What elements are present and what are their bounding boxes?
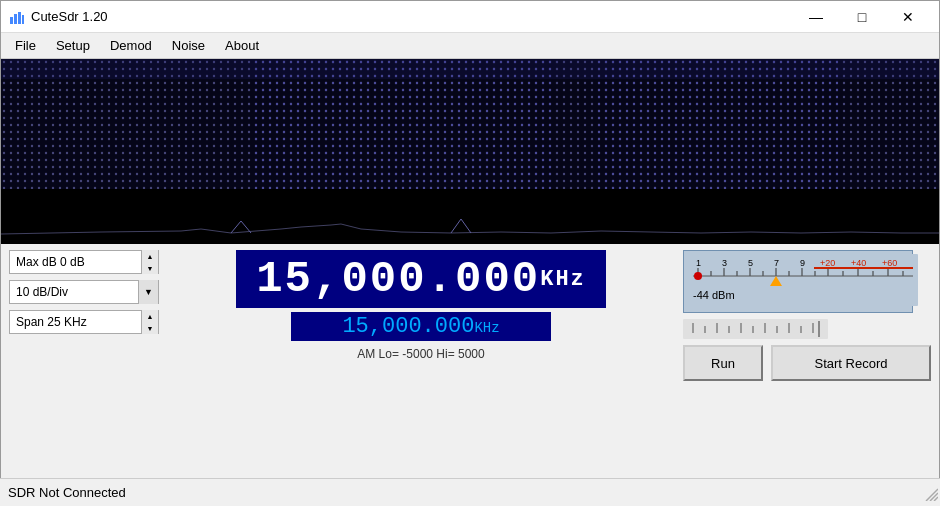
svg-rect-3 (22, 15, 24, 24)
sub-frequency-value: 15,000.000 (342, 314, 474, 339)
main-frequency-display[interactable]: 15,000.000KHz (236, 250, 606, 308)
menu-about[interactable]: About (215, 35, 269, 56)
db-per-div-label: 10 dB/Div (10, 285, 138, 299)
menu-demod[interactable]: Demod (100, 35, 162, 56)
right-controls: 1 3 5 7 9 +20 +40 +60 (683, 250, 931, 381)
svg-text:+20: +20 (820, 258, 835, 268)
sub-frequency-display[interactable]: 15,000.000KHz (291, 312, 551, 341)
spectrum-trace (1, 189, 940, 244)
app-icon (9, 9, 25, 25)
menu-noise[interactable]: Noise (162, 35, 215, 56)
db-per-div-control: 10 dB/Div ▼ (9, 280, 159, 304)
max-db-spinbox: ▲ ▼ (141, 250, 158, 274)
slider-row (683, 319, 931, 339)
minimize-button[interactable]: — (793, 1, 839, 33)
menu-bar: File Setup Demod Noise About (1, 33, 939, 59)
status-text: SDR Not Connected (8, 485, 126, 500)
span-spinbox: ▲ ▼ (141, 310, 158, 334)
run-button[interactable]: Run (683, 345, 763, 381)
svg-text:3: 3 (722, 258, 727, 268)
left-controls: Max dB 0 dB ▲ ▼ 10 dB/Div ▼ Span 25 KHz … (9, 250, 159, 334)
svg-text:9: 9 (800, 258, 805, 268)
menu-setup[interactable]: Setup (46, 35, 100, 56)
max-db-label: Max dB 0 dB (10, 255, 141, 269)
max-db-control: Max dB 0 dB ▲ ▼ (9, 250, 159, 274)
tick-area (683, 319, 828, 339)
main-frequency-value: 15,000.000 (256, 254, 540, 304)
start-record-button[interactable]: Start Record (771, 345, 931, 381)
svg-text:+40: +40 (851, 258, 866, 268)
svg-rect-11 (1, 189, 940, 244)
controls-area: Max dB 0 dB ▲ ▼ 10 dB/Div ▼ Span 25 KHz … (1, 244, 939, 399)
max-db-up[interactable]: ▲ (142, 250, 158, 262)
svg-point-39 (694, 272, 702, 280)
resize-icon (924, 487, 938, 501)
svg-rect-10 (1, 59, 940, 79)
s-meter-svg: 1 3 5 7 9 +20 +40 +60 (688, 254, 918, 306)
frequency-section: 15,000.000KHz 15,000.000KHz AM Lo= -5000… (169, 250, 673, 363)
window-controls: — □ ✕ (793, 1, 931, 33)
svg-rect-1 (14, 14, 17, 24)
svg-text:+60: +60 (882, 258, 897, 268)
window-title: CuteSdr 1.20 (31, 9, 793, 24)
menu-file[interactable]: File (5, 35, 46, 56)
svg-text:1: 1 (696, 258, 701, 268)
svg-text:5: 5 (748, 258, 753, 268)
sub-frequency-unit: KHz (474, 320, 499, 336)
svg-rect-2 (18, 12, 21, 24)
svg-text:-44 dBm: -44 dBm (693, 289, 735, 301)
svg-text:7: 7 (774, 258, 779, 268)
title-bar: CuteSdr 1.20 — □ ✕ (1, 1, 939, 33)
span-control: Span 25 KHz ▲ ▼ (9, 310, 159, 334)
volume-ticks-svg (683, 319, 828, 339)
waterfall-display (1, 59, 940, 189)
status-bar: SDR Not Connected (0, 478, 940, 506)
action-buttons: Run Start Record (683, 345, 931, 381)
max-db-down[interactable]: ▼ (142, 262, 158, 274)
svg-line-57 (934, 497, 938, 501)
s-meter: 1 3 5 7 9 +20 +40 +60 (683, 250, 913, 313)
spectrum-display (1, 59, 940, 244)
resize-handle[interactable] (924, 487, 938, 504)
spectrum-svg (1, 189, 940, 244)
span-label: Span 25 KHz (10, 315, 141, 329)
close-button[interactable]: ✕ (885, 1, 931, 33)
span-up[interactable]: ▲ (142, 310, 158, 322)
span-down[interactable]: ▼ (142, 322, 158, 334)
waterfall-svg (1, 59, 940, 189)
db-per-div-arrow[interactable]: ▼ (138, 280, 158, 304)
maximize-button[interactable]: □ (839, 1, 885, 33)
main-frequency-unit: KHz (540, 267, 586, 292)
svg-line-56 (930, 493, 938, 501)
am-filter-label: AM Lo= -5000 Hi= 5000 (357, 345, 484, 363)
svg-rect-0 (10, 17, 13, 24)
